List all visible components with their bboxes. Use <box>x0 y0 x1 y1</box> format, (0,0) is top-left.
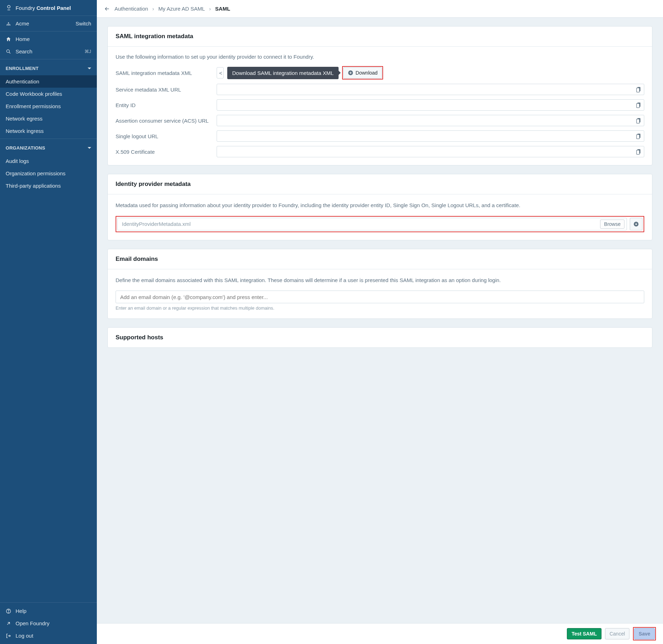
card-supported-hosts: Supported hosts <box>107 327 652 348</box>
svg-point-1 <box>7 24 8 25</box>
nav-search-label: Search <box>16 48 33 54</box>
nav-logout-label: Log out <box>16 633 33 639</box>
nav-help[interactable]: Help <box>0 605 97 617</box>
nav-open-foundry-label: Open Foundry <box>16 620 49 626</box>
svg-point-3 <box>10 24 11 25</box>
test-saml-button[interactable]: Test SAML <box>567 628 601 639</box>
copy-icon[interactable] <box>635 148 642 155</box>
browse-button[interactable]: Browse <box>600 219 624 229</box>
card-title: Identity provider metadata <box>108 174 652 194</box>
org-switch-link[interactable]: Switch <box>76 21 91 27</box>
file-placeholder: IdentityProviderMetadata.xml <box>122 221 600 227</box>
svg-point-2 <box>8 24 9 25</box>
org-icon <box>6 21 11 27</box>
content-area: SAML integration metadata Use the follow… <box>97 18 663 623</box>
nav-network-egress[interactable]: Network egress <box>0 112 97 125</box>
sidebar: Foundry Control Panel Acme Switch Home S… <box>0 0 97 644</box>
nav-home[interactable]: Home <box>0 33 97 45</box>
card-title: Supported hosts <box>108 328 652 347</box>
caret-down-icon <box>88 68 91 69</box>
email-desc: Define the email domains associated with… <box>116 276 644 285</box>
label-entity-id: Entity ID <box>116 102 211 108</box>
xml-preview: < <box>217 67 224 78</box>
nav-help-label: Help <box>16 608 27 614</box>
download-button-label: Download <box>356 70 377 76</box>
crumb-provider[interactable]: My Azure AD SAML <box>158 6 205 12</box>
input-acs-url[interactable] <box>217 115 644 126</box>
section-organizations-label: ORGANIZATIONS <box>6 145 45 151</box>
home-icon <box>6 36 11 42</box>
nav-logout[interactable]: Log out <box>0 630 97 642</box>
breadcrumb-bar: Authentication › My Azure AD SAML › SAML <box>97 0 663 18</box>
svg-rect-18 <box>636 150 639 154</box>
svg-point-5 <box>7 49 10 52</box>
svg-rect-16 <box>636 135 639 139</box>
nav-organization-permissions[interactable]: Organization permissions <box>0 167 97 180</box>
svg-point-0 <box>7 5 10 8</box>
brand-text-light: Foundry <box>16 5 35 11</box>
brand: Foundry Control Panel <box>0 0 97 16</box>
main: Authentication › My Azure AD SAML › SAML… <box>97 0 663 644</box>
download-button[interactable]: Download <box>343 67 382 78</box>
card-idp-metadata: Identity provider metadata Metadata used… <box>107 174 652 240</box>
help-icon <box>6 608 11 614</box>
label-acs-url: Assertion consumer service (ACS) URL <box>116 118 211 124</box>
download-idp-button[interactable] <box>630 218 643 230</box>
card-title: SAML integration metadata <box>108 27 652 47</box>
file-input-idp[interactable]: IdentityProviderMetadata.xml Browse <box>117 218 627 230</box>
nav-search[interactable]: Search ⌘J <box>0 45 97 58</box>
chevron-right-icon: › <box>209 6 211 12</box>
section-enrollment-label: ENROLLMENT <box>6 66 39 71</box>
saml-metadata-desc: Use the following information to set up … <box>116 54 644 60</box>
crumb-current: SAML <box>215 6 230 12</box>
nav-authentication[interactable]: Authentication <box>0 75 97 88</box>
card-saml-metadata: SAML integration metadata Use the follow… <box>107 26 652 165</box>
save-button[interactable]: Save <box>634 628 655 639</box>
input-entity-id[interactable] <box>217 99 644 111</box>
email-helper: Enter an email domain or a regular expre… <box>116 305 644 311</box>
caret-down-icon <box>88 147 91 149</box>
nav-audit-logs[interactable]: Audit logs <box>0 155 97 167</box>
search-icon <box>6 49 11 54</box>
search-shortcut: ⌘J <box>84 49 92 54</box>
back-button[interactable] <box>104 6 110 12</box>
brand-text-bold: Control Panel <box>36 5 71 11</box>
input-cert[interactable] <box>217 146 644 157</box>
nav-open-foundry[interactable]: Open Foundry <box>0 617 97 630</box>
card-email-domains: Email domains Define the email domains a… <box>107 249 652 319</box>
nav-network-ingress[interactable]: Network ingress <box>0 125 97 137</box>
svg-point-7 <box>8 612 8 612</box>
download-icon <box>633 221 639 227</box>
copy-icon[interactable] <box>635 117 642 124</box>
nav-code-workbook-profiles[interactable]: Code Workbook profiles <box>0 88 97 100</box>
copy-icon[interactable] <box>635 86 642 93</box>
foundry-logo-icon <box>6 5 12 11</box>
copy-icon[interactable] <box>635 133 642 140</box>
footer-actions: Test SAML Cancel Save <box>97 623 663 644</box>
external-link-icon <box>6 621 11 626</box>
svg-rect-10 <box>636 88 639 92</box>
crumb-authentication[interactable]: Authentication <box>115 6 148 12</box>
org-switcher[interactable]: Acme Switch <box>0 16 97 31</box>
chevron-right-icon: › <box>152 6 154 12</box>
label-slo-url: Single logout URL <box>116 133 211 139</box>
input-slo-url[interactable] <box>217 130 644 142</box>
logout-icon <box>6 633 11 639</box>
cancel-button[interactable]: Cancel <box>605 628 630 639</box>
nav-enrollment-permissions[interactable]: Enrollment permissions <box>0 100 97 112</box>
section-organizations[interactable]: ORGANIZATIONS <box>0 140 97 155</box>
email-domain-input[interactable] <box>116 291 644 303</box>
svg-rect-14 <box>636 119 639 123</box>
org-name: Acme <box>16 21 29 27</box>
section-enrollment[interactable]: ENROLLMENT <box>0 61 97 75</box>
svg-rect-12 <box>636 104 639 108</box>
download-icon <box>348 70 353 76</box>
nav-third-party-applications[interactable]: Third-party applications <box>0 180 97 192</box>
input-service-url[interactable] <box>217 84 644 95</box>
idp-desc: Metadata used for passing information ab… <box>116 201 644 210</box>
copy-icon[interactable] <box>635 101 642 109</box>
label-xml: SAML integration metadata XML <box>116 70 211 76</box>
label-cert: X.509 Certificate <box>116 149 211 155</box>
svg-point-4 <box>8 22 9 23</box>
label-service-url: Service metadata XML URL <box>116 87 211 93</box>
